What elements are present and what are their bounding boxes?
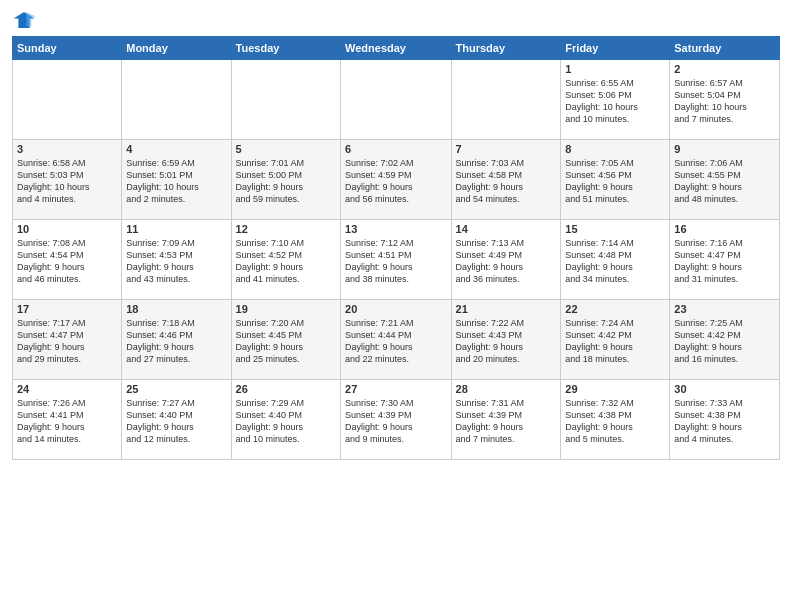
day-info: Sunrise: 7:06 AM Sunset: 4:55 PM Dayligh… bbox=[674, 157, 775, 206]
weekday-header-cell: Thursday bbox=[451, 37, 561, 60]
day-number: 2 bbox=[674, 63, 775, 75]
calendar-cell: 1Sunrise: 6:55 AM Sunset: 5:06 PM Daylig… bbox=[561, 60, 670, 140]
calendar-cell: 2Sunrise: 6:57 AM Sunset: 5:04 PM Daylig… bbox=[670, 60, 780, 140]
calendar-week-row: 10Sunrise: 7:08 AM Sunset: 4:54 PM Dayli… bbox=[13, 220, 780, 300]
calendar-cell bbox=[341, 60, 451, 140]
day-number: 27 bbox=[345, 383, 446, 395]
calendar-cell: 29Sunrise: 7:32 AM Sunset: 4:38 PM Dayli… bbox=[561, 380, 670, 460]
calendar-cell: 27Sunrise: 7:30 AM Sunset: 4:39 PM Dayli… bbox=[341, 380, 451, 460]
calendar-cell: 6Sunrise: 7:02 AM Sunset: 4:59 PM Daylig… bbox=[341, 140, 451, 220]
day-number: 20 bbox=[345, 303, 446, 315]
day-number: 17 bbox=[17, 303, 117, 315]
day-info: Sunrise: 7:14 AM Sunset: 4:48 PM Dayligh… bbox=[565, 237, 665, 286]
day-info: Sunrise: 7:26 AM Sunset: 4:41 PM Dayligh… bbox=[17, 397, 117, 446]
page: SundayMondayTuesdayWednesdayThursdayFrid… bbox=[0, 0, 792, 612]
calendar-cell: 21Sunrise: 7:22 AM Sunset: 4:43 PM Dayli… bbox=[451, 300, 561, 380]
svg-marker-0 bbox=[14, 12, 35, 28]
calendar-cell: 23Sunrise: 7:25 AM Sunset: 4:42 PM Dayli… bbox=[670, 300, 780, 380]
day-info: Sunrise: 7:05 AM Sunset: 4:56 PM Dayligh… bbox=[565, 157, 665, 206]
calendar-cell: 28Sunrise: 7:31 AM Sunset: 4:39 PM Dayli… bbox=[451, 380, 561, 460]
calendar-cell bbox=[231, 60, 340, 140]
calendar-cell: 22Sunrise: 7:24 AM Sunset: 4:42 PM Dayli… bbox=[561, 300, 670, 380]
calendar-cell: 9Sunrise: 7:06 AM Sunset: 4:55 PM Daylig… bbox=[670, 140, 780, 220]
weekday-header-cell: Sunday bbox=[13, 37, 122, 60]
day-number: 12 bbox=[236, 223, 336, 235]
day-number: 10 bbox=[17, 223, 117, 235]
calendar-cell: 15Sunrise: 7:14 AM Sunset: 4:48 PM Dayli… bbox=[561, 220, 670, 300]
calendar-cell: 30Sunrise: 7:33 AM Sunset: 4:38 PM Dayli… bbox=[670, 380, 780, 460]
calendar-cell bbox=[13, 60, 122, 140]
calendar-cell: 14Sunrise: 7:13 AM Sunset: 4:49 PM Dayli… bbox=[451, 220, 561, 300]
day-info: Sunrise: 7:32 AM Sunset: 4:38 PM Dayligh… bbox=[565, 397, 665, 446]
day-info: Sunrise: 7:17 AM Sunset: 4:47 PM Dayligh… bbox=[17, 317, 117, 366]
day-info: Sunrise: 7:03 AM Sunset: 4:58 PM Dayligh… bbox=[456, 157, 557, 206]
day-info: Sunrise: 7:02 AM Sunset: 4:59 PM Dayligh… bbox=[345, 157, 446, 206]
day-number: 13 bbox=[345, 223, 446, 235]
day-info: Sunrise: 6:59 AM Sunset: 5:01 PM Dayligh… bbox=[126, 157, 226, 206]
day-number: 11 bbox=[126, 223, 226, 235]
day-number: 22 bbox=[565, 303, 665, 315]
weekday-header-cell: Monday bbox=[122, 37, 231, 60]
calendar-cell: 13Sunrise: 7:12 AM Sunset: 4:51 PM Dayli… bbox=[341, 220, 451, 300]
day-number: 8 bbox=[565, 143, 665, 155]
day-info: Sunrise: 7:21 AM Sunset: 4:44 PM Dayligh… bbox=[345, 317, 446, 366]
calendar-cell: 25Sunrise: 7:27 AM Sunset: 4:40 PM Dayli… bbox=[122, 380, 231, 460]
calendar-cell: 17Sunrise: 7:17 AM Sunset: 4:47 PM Dayli… bbox=[13, 300, 122, 380]
calendar-body: 1Sunrise: 6:55 AM Sunset: 5:06 PM Daylig… bbox=[13, 60, 780, 460]
day-info: Sunrise: 7:24 AM Sunset: 4:42 PM Dayligh… bbox=[565, 317, 665, 366]
calendar: SundayMondayTuesdayWednesdayThursdayFrid… bbox=[12, 36, 780, 460]
day-info: Sunrise: 6:58 AM Sunset: 5:03 PM Dayligh… bbox=[17, 157, 117, 206]
svg-marker-1 bbox=[26, 12, 36, 26]
weekday-header-cell: Wednesday bbox=[341, 37, 451, 60]
header bbox=[12, 10, 780, 30]
day-number: 4 bbox=[126, 143, 226, 155]
day-number: 29 bbox=[565, 383, 665, 395]
day-number: 3 bbox=[17, 143, 117, 155]
day-number: 21 bbox=[456, 303, 557, 315]
day-number: 28 bbox=[456, 383, 557, 395]
calendar-cell: 24Sunrise: 7:26 AM Sunset: 4:41 PM Dayli… bbox=[13, 380, 122, 460]
day-info: Sunrise: 7:31 AM Sunset: 4:39 PM Dayligh… bbox=[456, 397, 557, 446]
day-info: Sunrise: 7:12 AM Sunset: 4:51 PM Dayligh… bbox=[345, 237, 446, 286]
calendar-cell: 18Sunrise: 7:18 AM Sunset: 4:46 PM Dayli… bbox=[122, 300, 231, 380]
day-info: Sunrise: 7:18 AM Sunset: 4:46 PM Dayligh… bbox=[126, 317, 226, 366]
calendar-cell: 8Sunrise: 7:05 AM Sunset: 4:56 PM Daylig… bbox=[561, 140, 670, 220]
calendar-cell: 16Sunrise: 7:16 AM Sunset: 4:47 PM Dayli… bbox=[670, 220, 780, 300]
day-info: Sunrise: 7:22 AM Sunset: 4:43 PM Dayligh… bbox=[456, 317, 557, 366]
day-info: Sunrise: 6:55 AM Sunset: 5:06 PM Dayligh… bbox=[565, 77, 665, 126]
day-info: Sunrise: 7:10 AM Sunset: 4:52 PM Dayligh… bbox=[236, 237, 336, 286]
calendar-cell bbox=[122, 60, 231, 140]
day-info: Sunrise: 7:30 AM Sunset: 4:39 PM Dayligh… bbox=[345, 397, 446, 446]
calendar-cell: 20Sunrise: 7:21 AM Sunset: 4:44 PM Dayli… bbox=[341, 300, 451, 380]
day-info: Sunrise: 7:27 AM Sunset: 4:40 PM Dayligh… bbox=[126, 397, 226, 446]
calendar-cell: 4Sunrise: 6:59 AM Sunset: 5:01 PM Daylig… bbox=[122, 140, 231, 220]
day-number: 19 bbox=[236, 303, 336, 315]
day-info: Sunrise: 7:09 AM Sunset: 4:53 PM Dayligh… bbox=[126, 237, 226, 286]
calendar-cell bbox=[451, 60, 561, 140]
calendar-cell: 26Sunrise: 7:29 AM Sunset: 4:40 PM Dayli… bbox=[231, 380, 340, 460]
day-number: 25 bbox=[126, 383, 226, 395]
logo-icon bbox=[12, 10, 36, 30]
weekday-header-row: SundayMondayTuesdayWednesdayThursdayFrid… bbox=[13, 37, 780, 60]
day-info: Sunrise: 7:33 AM Sunset: 4:38 PM Dayligh… bbox=[674, 397, 775, 446]
weekday-header-cell: Friday bbox=[561, 37, 670, 60]
day-number: 7 bbox=[456, 143, 557, 155]
day-info: Sunrise: 7:08 AM Sunset: 4:54 PM Dayligh… bbox=[17, 237, 117, 286]
day-info: Sunrise: 7:20 AM Sunset: 4:45 PM Dayligh… bbox=[236, 317, 336, 366]
calendar-week-row: 24Sunrise: 7:26 AM Sunset: 4:41 PM Dayli… bbox=[13, 380, 780, 460]
calendar-week-row: 17Sunrise: 7:17 AM Sunset: 4:47 PM Dayli… bbox=[13, 300, 780, 380]
calendar-cell: 19Sunrise: 7:20 AM Sunset: 4:45 PM Dayli… bbox=[231, 300, 340, 380]
day-number: 30 bbox=[674, 383, 775, 395]
calendar-cell: 12Sunrise: 7:10 AM Sunset: 4:52 PM Dayli… bbox=[231, 220, 340, 300]
day-info: Sunrise: 7:16 AM Sunset: 4:47 PM Dayligh… bbox=[674, 237, 775, 286]
day-info: Sunrise: 7:01 AM Sunset: 5:00 PM Dayligh… bbox=[236, 157, 336, 206]
day-number: 15 bbox=[565, 223, 665, 235]
logo bbox=[12, 10, 40, 30]
calendar-cell: 3Sunrise: 6:58 AM Sunset: 5:03 PM Daylig… bbox=[13, 140, 122, 220]
day-number: 1 bbox=[565, 63, 665, 75]
day-number: 14 bbox=[456, 223, 557, 235]
day-number: 18 bbox=[126, 303, 226, 315]
day-info: Sunrise: 7:13 AM Sunset: 4:49 PM Dayligh… bbox=[456, 237, 557, 286]
day-info: Sunrise: 6:57 AM Sunset: 5:04 PM Dayligh… bbox=[674, 77, 775, 126]
day-number: 23 bbox=[674, 303, 775, 315]
